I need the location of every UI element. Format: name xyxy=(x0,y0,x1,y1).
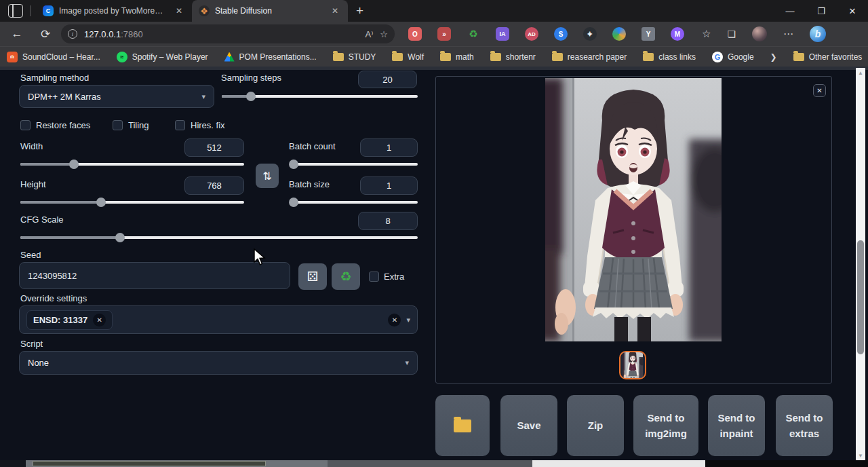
chip-close-icon[interactable]: ✕ xyxy=(93,314,106,326)
bing-copilot-icon[interactable]: b xyxy=(810,26,826,42)
gallery-thumbnail-selected[interactable] xyxy=(619,351,646,379)
favorites-icon[interactable]: ☆ xyxy=(702,28,711,40)
address-bar[interactable]: i 127.0.0.1:7860 A⁾ ☆ xyxy=(61,24,395,43)
sampling-steps-slider[interactable] xyxy=(222,92,418,101)
globe-ext-icon[interactable] xyxy=(612,27,626,41)
video-downloader-ext-icon[interactable]: » xyxy=(437,27,451,41)
folder-icon xyxy=(793,53,804,61)
bookmark-shortenr-folder[interactable]: shortenr xyxy=(490,52,536,62)
tab-close-icon[interactable]: ✕ xyxy=(173,5,185,17)
sampling-method-select[interactable]: DPM++ 2M Karras ▾ xyxy=(19,85,214,108)
tab-civitai[interactable]: C Image posted by TwoMoreTimes ✕ xyxy=(36,0,192,22)
batch-size-value[interactable]: 1 xyxy=(360,176,418,195)
bookmark-pom[interactable]: POM Presentations... xyxy=(224,52,317,62)
height-slider[interactable] xyxy=(20,198,244,207)
zip-button[interactable]: Zip xyxy=(567,395,624,456)
add-favorite-icon[interactable]: ☆ xyxy=(380,29,388,39)
bookmark-wolf-folder[interactable]: Wolf xyxy=(392,52,424,62)
other-favorites[interactable]: Other favorites xyxy=(793,52,863,62)
send-to-inpaint-button[interactable]: Send to inpaint xyxy=(708,395,765,456)
scrollbar-thumb[interactable] xyxy=(857,240,864,354)
ia-ext-icon[interactable]: IA xyxy=(496,27,509,41)
new-tab-button[interactable]: + xyxy=(356,3,363,18)
open-folder-button[interactable] xyxy=(435,395,490,456)
cfg-scale-value[interactable]: 8 xyxy=(358,212,418,230)
clear-all-icon[interactable]: ✕ xyxy=(388,314,401,326)
extra-seed-label: Extra xyxy=(384,272,404,282)
gradio-favicon-icon: ❖ xyxy=(199,5,210,16)
refresh-button[interactable]: ⟳ xyxy=(35,27,56,41)
batch-count-value[interactable]: 1 xyxy=(360,138,418,157)
bookmark-classlinks-folder[interactable]: class links xyxy=(643,52,696,62)
override-settings-box[interactable]: ENSD: 31337 ✕ ✕ ▾ xyxy=(19,305,418,334)
tiling-checkbox[interactable] xyxy=(113,120,123,130)
back-button[interactable]: ← xyxy=(7,27,27,41)
restore-faces-checkbox[interactable] xyxy=(20,120,31,130)
close-window-button[interactable]: ✕ xyxy=(837,0,868,22)
save-button[interactable]: Save xyxy=(500,395,557,456)
horizontal-scrollbar[interactable] xyxy=(0,460,868,467)
sampling-steps-value[interactable]: 20 xyxy=(358,71,417,88)
generated-image[interactable] xyxy=(545,78,722,341)
read-aloud-icon[interactable]: A⁾ xyxy=(365,29,373,39)
pin-ext-icon[interactable]: ⌖ xyxy=(583,27,597,41)
bookmark-soundcloud[interactable]: ılıSoundCloud – Hear... xyxy=(7,52,100,62)
width-value[interactable]: 512 xyxy=(184,138,244,157)
send-to-extras-button[interactable]: Send to extras xyxy=(776,395,833,456)
adblock-ext-icon[interactable]: AD xyxy=(525,27,538,41)
tab-actions-icon[interactable] xyxy=(8,4,23,18)
width-slider[interactable] xyxy=(20,160,244,169)
shazam-ext-icon[interactable]: S xyxy=(554,27,568,41)
profile-avatar[interactable] xyxy=(752,26,767,41)
bookmark-study-folder[interactable]: STUDY xyxy=(333,52,376,62)
scroll-up-icon[interactable]: ▲ xyxy=(856,68,865,77)
scrollbar-gap xyxy=(0,460,26,467)
civitai-favicon-icon: C xyxy=(43,5,54,16)
site-info-icon[interactable]: i xyxy=(68,29,77,39)
bookmarks-overflow-icon[interactable]: ❯ xyxy=(770,52,777,62)
folder-icon xyxy=(643,53,654,61)
height-value[interactable]: 768 xyxy=(184,176,244,195)
random-seed-button[interactable]: ⚄ xyxy=(298,263,327,290)
restore-button[interactable]: ❐ xyxy=(806,0,837,22)
seed-input[interactable]: 1243095812 xyxy=(19,262,290,289)
soundcloud-icon: ılı xyxy=(7,52,18,62)
monica-ext-icon[interactable]: M xyxy=(671,27,684,41)
y-ext-icon[interactable]: Y xyxy=(642,27,655,41)
tab-title: Stable Diffusion xyxy=(215,6,323,16)
minimize-button[interactable]: — xyxy=(774,0,806,22)
batch-size-slider[interactable] xyxy=(290,198,418,207)
script-select[interactable]: None ▾ xyxy=(19,351,418,375)
bookmark-google[interactable]: GGoogle xyxy=(712,52,754,62)
bookmark-spotify[interactable]: ≈Spotify – Web Player xyxy=(117,52,208,62)
folder-icon xyxy=(454,419,471,432)
mouse-cursor xyxy=(253,248,267,266)
recycle-icon: ♻ xyxy=(340,269,351,284)
scrollbar-thumb[interactable] xyxy=(33,461,266,466)
cfg-scale-label: CFG Scale xyxy=(20,214,64,225)
width-label: Width xyxy=(20,141,43,151)
tab-stable-diffusion[interactable]: ❖ Stable Diffusion ✕ xyxy=(192,0,348,22)
window-controls: — ❐ ✕ xyxy=(774,0,868,22)
collections-icon[interactable]: ❏ xyxy=(727,29,736,39)
google-icon: G xyxy=(712,52,723,62)
batch-count-slider[interactable] xyxy=(290,160,418,169)
bookmark-research-folder[interactable]: reasearch paper xyxy=(552,52,627,62)
bookmark-math-folder[interactable]: math xyxy=(440,52,474,62)
soundcloud-ext-icon[interactable]: O xyxy=(408,27,422,41)
reuse-seed-button[interactable]: ♻ xyxy=(332,263,360,290)
sampling-steps-label: Sampling steps xyxy=(221,73,281,83)
swap-dimensions-button[interactable]: ⇅ xyxy=(256,164,279,188)
tab-close-icon[interactable]: ✕ xyxy=(329,5,341,17)
chevron-down-icon[interactable]: ▾ xyxy=(406,316,410,324)
send-to-img2img-button[interactable]: Send to img2img xyxy=(633,395,698,456)
extra-seed-checkbox[interactable] xyxy=(369,272,379,282)
spotify-icon: ≈ xyxy=(117,52,127,62)
settings-dots-icon[interactable]: ⋯ xyxy=(783,28,793,40)
scroll-down-icon[interactable]: ▼ xyxy=(856,451,865,460)
close-gallery-button[interactable]: ✕ xyxy=(813,84,826,97)
vertical-scrollbar[interactable]: ▲ ▼ xyxy=(856,68,865,460)
hires-fix-checkbox[interactable] xyxy=(175,120,185,130)
bin-ext-icon[interactable]: ♻ xyxy=(467,27,480,41)
cfg-scale-slider[interactable] xyxy=(20,233,418,242)
